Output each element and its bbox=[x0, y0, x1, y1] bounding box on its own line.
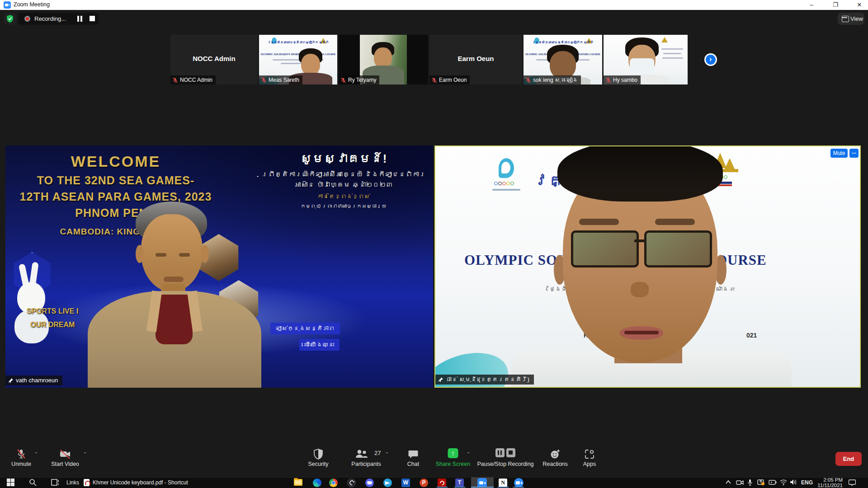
participants-button[interactable]: 27 Participants bbox=[348, 448, 384, 460]
running-app-underline bbox=[513, 487, 524, 488]
video-options-chevron[interactable]: ˆ bbox=[84, 451, 86, 457]
tray-speaker-icon[interactable] bbox=[790, 479, 797, 485]
participants-icon bbox=[355, 449, 368, 460]
close-button[interactable]: ✕ bbox=[852, 0, 867, 10]
language-indicator[interactable]: ENG bbox=[801, 479, 813, 486]
chat-bubble-icon bbox=[408, 449, 419, 460]
nocc-logo-icon bbox=[491, 158, 522, 197]
start-video-button[interactable]: Start Video bbox=[47, 448, 83, 460]
more-options-button[interactable]: ... bbox=[849, 149, 859, 158]
pdf-file-icon[interactable] bbox=[84, 479, 90, 486]
start-button[interactable] bbox=[7, 479, 14, 486]
end-meeting-button[interactable]: End bbox=[835, 452, 862, 466]
action-center-icon[interactable] bbox=[849, 479, 856, 486]
thumbnail-ry-tetyamy[interactable]: Ry Tetyamy bbox=[339, 35, 428, 84]
reactions-button[interactable]: Reactions bbox=[541, 448, 570, 460]
stop-recording-icon-button[interactable] bbox=[90, 16, 95, 21]
backdrop-text-line bbox=[663, 53, 681, 54]
zoom-meetings-icon[interactable] bbox=[514, 478, 524, 488]
participant-nameplate: Earm Oeun bbox=[429, 75, 470, 84]
banner-line: OUR DREAM bbox=[12, 318, 93, 332]
participant-nameplate: NOCC Admin bbox=[170, 75, 216, 84]
tray-expand-chevron-icon[interactable] bbox=[726, 480, 731, 484]
apps-button[interactable]: Apps bbox=[578, 448, 601, 460]
tray-wifi-icon[interactable] bbox=[780, 479, 787, 485]
edge-browser-icon[interactable] bbox=[313, 479, 321, 487]
tray-microphone-icon[interactable] bbox=[747, 479, 753, 486]
tray-screen-share-icon[interactable] bbox=[757, 479, 765, 486]
face-mask bbox=[630, 58, 654, 75]
restore-button[interactable]: ❐ bbox=[828, 0, 843, 10]
running-app-underline bbox=[454, 487, 465, 488]
khmer-banner: សូមស្វាគមន៍! ព្រឹត្តិការណ៍កីឡាអាស៊ីអាគ្ន… bbox=[257, 152, 430, 209]
search-icon[interactable] bbox=[29, 479, 37, 486]
running-app-underline bbox=[471, 487, 494, 488]
unmute-button[interactable]: Unmute bbox=[6, 448, 36, 460]
thumbnail-earm-oeun[interactable]: Earm Oeun Earm Oeun bbox=[429, 35, 522, 84]
security-shield-icon bbox=[6, 14, 14, 23]
reactions-smiley-icon bbox=[550, 449, 561, 460]
pause-recording-icon-button[interactable] bbox=[77, 16, 83, 22]
teams-icon[interactable]: T bbox=[455, 479, 464, 487]
participant-nameplate: vath chamroeun bbox=[5, 375, 62, 385]
thumbnail-meas-sareth[interactable]: វគ្គសិក្សាសាមគ្គីភាពអូឡាំពិក ស្តីពី OLYM… bbox=[259, 35, 337, 84]
links-toolbar-label[interactable]: Links bbox=[66, 479, 79, 486]
clock[interactable]: 2:05 PM 11/11/2021 bbox=[816, 478, 843, 488]
muted-mic-icon bbox=[525, 77, 531, 83]
backdrop-khmer-title: វគ្គសិក្សាសាមគ្គីភាពអូឡាំពិក ស្តីពី bbox=[259, 40, 337, 44]
mute-button[interactable]: Mute bbox=[830, 149, 848, 158]
next-participants-button[interactable]: › bbox=[704, 53, 717, 66]
banner-line: 12TH ASEAN PARA GAMES, 2023 bbox=[9, 190, 222, 203]
minimize-button[interactable]: – bbox=[804, 0, 819, 10]
obs-studio-icon[interactable] bbox=[347, 479, 356, 487]
participants-filmstrip: NOCC Admin NOCC Admin វគ្គសិក្សាសាមគ្គីភ… bbox=[170, 35, 688, 84]
zoom-taskbar-icon-active[interactable] bbox=[477, 478, 487, 488]
participants-label: Participants bbox=[351, 461, 381, 467]
pin-icon bbox=[8, 378, 14, 384]
notion-icon[interactable]: N bbox=[499, 479, 507, 487]
participant-center-name: NOCC Admin bbox=[170, 55, 258, 62]
chrome-browser-icon[interactable] bbox=[329, 479, 338, 487]
banner-line: កាន់តែខ្ពង់ខ្ពស់ bbox=[257, 193, 430, 200]
discord-icon[interactable] bbox=[365, 479, 374, 487]
thumbnail-nocc-admin[interactable]: NOCC Admin NOCC Admin bbox=[170, 35, 258, 84]
pdf-shortcut-taskbar-item[interactable]: Khmer Unicode keyboard.pdf - Shortcut bbox=[93, 479, 188, 486]
main-video-vath-chamroeun[interactable]: WELCOME TO THE 32ND SEA GAMES- 12TH ASEA… bbox=[5, 145, 433, 388]
participant-name: sok ieng សុខ អៀង bbox=[533, 75, 578, 84]
recording-indicator: Recording... bbox=[18, 13, 99, 25]
recording-label: Recording... bbox=[34, 15, 66, 22]
view-button[interactable]: View bbox=[838, 13, 864, 25]
clock-time: 2:05 PM bbox=[816, 478, 843, 483]
share-options-chevron[interactable]: ˆ bbox=[467, 451, 469, 457]
muted-mic-icon bbox=[172, 77, 178, 83]
acrobat-icon[interactable] bbox=[438, 479, 446, 487]
file-explorer-icon[interactable] bbox=[294, 479, 302, 486]
meeting-info-shield[interactable] bbox=[4, 13, 16, 25]
audio-options-chevron[interactable]: ˆ bbox=[35, 451, 37, 457]
glasses-lens bbox=[571, 230, 639, 267]
backdrop-khmer-title: វគ្គសិក្សាសាមគ្គីភាពអូឡាំពិក ស្តីពី bbox=[524, 40, 602, 44]
muted-mic-icon bbox=[431, 77, 437, 83]
word-icon[interactable]: W bbox=[401, 479, 410, 487]
start-video-label: Start Video bbox=[51, 461, 79, 467]
chat-label: Chat bbox=[407, 461, 419, 467]
participant-name: Hy sambo bbox=[613, 75, 637, 84]
main-video-active-speaker[interactable]: វគ្គសិ ក OLYMPIC SOLIDA ORS COURSE ថ្ងៃទ… bbox=[434, 145, 861, 388]
task-view-icon[interactable] bbox=[51, 479, 59, 486]
powerpoint-icon[interactable]: P bbox=[420, 479, 428, 487]
muted-mic-icon bbox=[340, 77, 346, 83]
participant-center-name: Earm Oeun bbox=[429, 55, 522, 62]
security-button[interactable]: Security bbox=[304, 448, 333, 460]
cambodia-noc-logo-icon bbox=[661, 37, 668, 42]
banner-line: SPORTS LIVE I bbox=[12, 305, 93, 318]
tray-battery-icon[interactable] bbox=[769, 480, 777, 485]
telegram-icon[interactable] bbox=[383, 479, 392, 487]
thumbnail-sok-ieng[interactable]: វគ្គសិក្សាសាមគ្គីភាពអូឡាំពិក ស្តីពី OLYM… bbox=[524, 35, 602, 84]
reactions-label: Reactions bbox=[542, 461, 568, 467]
thumbnail-hy-sambo[interactable]: Hy sambo bbox=[604, 35, 688, 84]
camera-off-icon bbox=[58, 448, 72, 460]
participant-nameplate: Ry Tetyamy bbox=[339, 75, 379, 84]
participants-options-chevron[interactable]: ˆ bbox=[386, 451, 388, 457]
tray-camera-in-use-icon[interactable] bbox=[736, 479, 744, 486]
chat-button[interactable]: Chat bbox=[400, 448, 427, 460]
